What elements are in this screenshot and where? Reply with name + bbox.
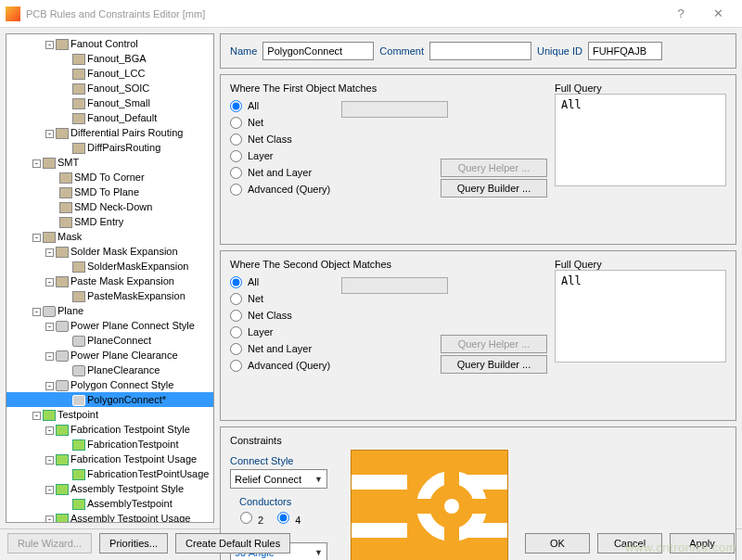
tree-node[interactable]: -Fabrication Testpoint Usage [6,452,213,466]
window-title: PCB Rules and Constraints Editor [mm] [26,8,662,19]
match2-option[interactable]: Net Class [230,307,547,324]
tree-node[interactable]: -Power Plane Clearance [6,348,213,363]
connect-style-label: Connect Style [230,455,339,466]
tree-node[interactable]: DiffPairsRouting [6,140,213,155]
title-bar: PCB Rules and Constraints Editor [mm] ? … [0,0,742,28]
uniqueid-label: Unique ID [537,45,582,57]
close-button[interactable]: ✕ [699,6,736,20]
rules-tree[interactable]: -Fanout ControlFanout_BGAFanout_LCCFanou… [6,33,214,523]
tree-node[interactable]: PolygonConnect* [6,392,213,407]
first-object-match-group: Where The First Object Matches All Net N… [220,74,736,245]
match2-net-combo[interactable] [341,277,448,294]
help-button[interactable]: ? [662,6,699,20]
tree-node[interactable]: PlaneClearance [6,363,213,377]
tree-node[interactable]: Fanout_Default [6,110,213,125]
tree-node[interactable]: Fanout_LCC [6,66,213,81]
second-object-match-group: Where The Second Object Matches All Net … [220,250,736,421]
tree-node[interactable]: FabricationTestpoint [6,437,213,452]
tree-node[interactable]: AssemblyTestpoint [6,496,213,511]
tree-node[interactable]: Fanout_BGA [6,51,213,66]
match1-net-combo[interactable] [341,101,448,118]
tree-node[interactable]: SMD Neck-Down [6,199,213,214]
match1-title: Where The First Object Matches [230,83,547,94]
apply-button[interactable]: Apply [670,533,735,554]
tree-node[interactable]: -SMT [6,155,213,170]
tree-node[interactable]: -Testpoint [6,407,213,422]
tree-node[interactable]: -Polygon Connect Style [6,377,213,392]
comment-label: Comment [379,45,424,57]
create-default-rules-button[interactable]: Create Default Rules [175,533,290,554]
rule-header: Name Comment Unique ID [220,33,736,69]
tree-node[interactable]: PlaneConnect [6,333,213,348]
tree-node[interactable]: -Differential Pairs Routing [6,125,213,140]
match2-query-builder-button[interactable]: Query Builder ... [441,355,547,374]
tree-node[interactable]: -Solder Mask Expansion [6,244,213,259]
match2-fullquery-value[interactable]: All [555,270,726,363]
chevron-down-icon: ▼ [314,475,323,484]
tree-node[interactable]: -Paste Mask Expansion [6,274,213,288]
app-icon [6,6,20,21]
connect-style-combo[interactable]: Relief Connect▼ [230,469,327,489]
tree-node[interactable]: -Assembly Testpoint Usage [6,511,213,523]
constraints-title: Constraints [230,435,726,446]
match2-title: Where The Second Object Matches [230,259,547,270]
tree-node[interactable]: PasteMaskExpansion [6,288,213,303]
tree-node[interactable]: SMD To Plane [6,185,213,199]
match1-query-builder-button[interactable]: Query Builder ... [441,179,547,197]
chevron-down-icon: ▼ [314,548,323,557]
tree-node[interactable]: -Mask [6,229,213,244]
tree-node[interactable]: SMD Entry [6,214,213,229]
tree-node[interactable]: SMD To Corner [6,170,213,185]
cancel-button[interactable]: Cancel [597,533,662,554]
rule-wizard-button[interactable]: Rule Wizard... [7,533,92,554]
match2-fullquery-label: Full Query [555,259,726,270]
name-label: Name [230,45,257,57]
conductors-option[interactable]: 2 [236,509,263,526]
ok-button[interactable]: OK [525,533,590,554]
conductors-label: Conductors [239,496,339,507]
tree-node[interactable]: -Fabrication Testpoint Style [6,422,213,437]
tree-node[interactable]: -Power Plane Connect Style [6,318,213,333]
tree-node[interactable]: FabricationTestPointUsage [6,466,213,481]
conductors-option[interactable]: 4 [273,509,301,526]
priorities-button[interactable]: Priorities... [99,533,168,554]
match1-fullquery-value[interactable]: All [555,94,726,186]
uniqueid-input[interactable] [588,42,662,60]
match1-option[interactable]: Net Class [230,131,547,147]
connect-style-value: Relief Connect [235,474,301,485]
tree-node[interactable]: SolderMaskExpansion [6,259,213,274]
tree-node[interactable]: -Plane [6,303,213,318]
match1-fullquery-label: Full Query [555,83,726,94]
comment-input[interactable] [429,42,531,60]
name-input[interactable] [262,42,374,60]
connect-style-preview [351,450,508,560]
tree-node[interactable]: Fanout_Small [6,95,213,110]
tree-node[interactable]: Fanout_SOIC [6,81,213,95]
tree-node[interactable]: -Assembly Testpoint Style [6,481,213,496]
match1-query-helper-button[interactable]: Query Helper ... [441,159,547,177]
tree-node[interactable]: -Fanout Control [6,36,213,51]
match2-query-helper-button[interactable]: Query Helper ... [441,335,547,353]
